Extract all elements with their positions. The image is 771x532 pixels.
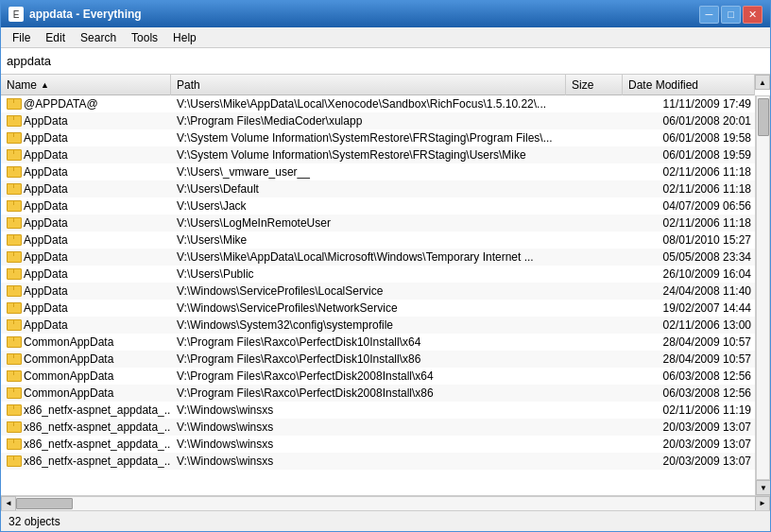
cell-date: 02/11/2006 13:00 [623,317,755,334]
table-row[interactable]: AppData V:\System Volume Information\Sys… [1,129,755,146]
scroll-track[interactable] [756,95,770,480]
col-header-date[interactable]: Date Modified [623,75,755,95]
table-row[interactable]: x86_netfx-aspnet_appdata_... V:\Windows\… [1,402,755,419]
cell-size [566,300,623,317]
menu-file[interactable]: File [5,29,38,46]
cell-size [566,317,623,334]
table-row[interactable]: AppData V:\Users\Mike 08/01/2010 15:27 [1,232,755,249]
cell-date: 06/03/2008 12:56 [623,385,755,402]
h-scroll-left-button[interactable]: ◄ [1,496,16,511]
menu-bar: File Edit Search Tools Help [1,27,770,48]
col-header-name[interactable]: Name ▲ [1,75,171,95]
table-row[interactable]: AppData V:\Users\_vmware_user__ 02/11/20… [1,163,755,180]
vertical-scrollbar[interactable]: ▼ [755,95,770,495]
scroll-up-button[interactable]: ▲ [755,75,770,90]
cell-name: CommonAppData [1,351,171,368]
col-header-path[interactable]: Path [171,75,566,95]
window-controls: ─ □ ✕ [699,6,762,24]
folder-icon [7,353,20,365]
h-scroll-track[interactable] [16,496,755,511]
cell-date: 28/04/2009 10:57 [623,334,755,351]
close-button[interactable]: ✕ [743,6,762,24]
folder-icon [7,166,20,178]
table-row[interactable]: AppData V:\Users\Public 26/10/2009 16:04 [1,266,755,283]
table-row[interactable]: CommonAppData V:\Program Files\Raxco\Per… [1,385,755,402]
table-row[interactable]: CommonAppData V:\Program Files\Raxco\Per… [1,351,755,368]
table-row[interactable]: x86_netfx-aspnet_appdata_... V:\Windows\… [1,453,755,470]
minimize-button[interactable]: ─ [699,6,719,24]
table-row[interactable]: AppData V:\Windows\System32\config\syste… [1,317,755,334]
table-header-row: Name ▲ Path Size Date Modified ▲ [1,75,770,95]
folder-icon [7,370,20,382]
cell-size [566,146,623,163]
cell-path: V:\Users\Mike\AppData\Local\Microsoft\Wi… [171,249,566,266]
table-row[interactable]: AppData V:\Users\Jack 04/07/2009 06:56 [1,197,755,215]
h-scroll-thumb[interactable] [16,498,73,509]
menu-help[interactable]: Help [165,29,204,46]
cell-path: V:\Users\Default [171,180,566,197]
folder-icon [7,268,20,280]
cell-size [566,283,623,300]
table-row[interactable]: AppData V:\Users\Mike\AppData\Local\Micr… [1,249,755,266]
cell-name: @APPDATA@ [1,95,171,112]
menu-edit[interactable]: Edit [38,29,73,46]
col-header-size[interactable]: Size [566,75,623,95]
table-row[interactable]: CommonAppData V:\Program Files\Raxco\Per… [1,334,755,351]
cell-size [566,334,623,351]
table-row[interactable]: CommonAppData V:\Program Files\Raxco\Per… [1,368,755,385]
cell-path: V:\Windows\ServiceProfiles\LocalService [171,283,566,300]
table-row[interactable]: x86_netfx-aspnet_appdata_... V:\Windows\… [1,419,755,436]
cell-size [566,112,623,129]
cell-date: 02/11/2006 11:18 [623,215,755,232]
cell-size [566,180,623,197]
table-row[interactable]: @APPDATA@ V:\Users\Mike\AppData\Local\Xe… [1,95,755,112]
folder-icon [7,319,20,331]
table-row[interactable]: AppData V:\System Volume Information\Sys… [1,146,755,163]
table-row[interactable]: AppData V:\Users\Default 02/11/2006 11:1… [1,180,755,197]
folder-icon [7,200,20,212]
folder-icon [7,115,20,127]
table-row[interactable]: AppData V:\Program Files\MediaCoder\xula… [1,112,755,129]
cell-path: V:\Program Files\Raxco\PerfectDisk2008In… [171,368,566,385]
cell-name: AppData [1,266,171,283]
folder-icon [7,302,20,314]
table-row[interactable]: AppData V:\Users\LogMeInRemoteUser 02/11… [1,215,755,232]
cell-date: 20/03/2009 13:07 [623,436,755,453]
folder-icon [7,98,20,110]
maximize-button[interactable]: □ [721,6,741,24]
folder-icon [7,336,20,348]
cell-date: 24/04/2008 11:40 [623,283,755,300]
cell-date: 06/03/2008 12:56 [623,368,755,385]
scroll-thumb[interactable] [758,98,769,136]
cell-date: 06/01/2008 19:58 [623,129,755,146]
table-row[interactable]: AppData V:\Windows\ServiceProfiles\Local… [1,283,755,300]
cell-name: x86_netfx-aspnet_appdata_... [1,436,171,453]
cell-name: AppData [1,112,171,129]
results-table: Name ▲ Path Size Date Modified ▲ [1,75,770,510]
scroll-down-button[interactable]: ▼ [756,480,770,495]
cell-name: AppData [1,146,171,163]
cell-path: V:\Users\LogMeInRemoteUser [171,215,566,232]
folder-icon [7,234,20,246]
table-row[interactable]: AppData V:\Windows\ServiceProfiles\Netwo… [1,300,755,317]
folder-icon [7,217,20,229]
search-input[interactable] [7,54,764,68]
menu-tools[interactable]: Tools [124,29,165,46]
cell-path: V:\Users\Jack [171,197,566,215]
folder-icon [7,455,20,467]
horizontal-scrollbar[interactable]: ◄ ► [1,495,770,510]
main-window: E appdata - Everything ─ □ ✕ File Edit S… [0,0,771,532]
cell-name: CommonAppData [1,334,171,351]
cell-path: V:\System Volume Information\SystemResto… [171,129,566,146]
cell-date: 28/04/2009 10:57 [623,351,755,368]
h-scroll-right-button[interactable]: ► [755,496,770,511]
table-row[interactable]: x86_netfx-aspnet_appdata_... V:\Windows\… [1,436,755,453]
folder-icon [7,421,20,433]
cell-size [566,129,623,146]
cell-size [566,249,623,266]
cell-name: AppData [1,180,171,197]
menu-search[interactable]: Search [73,29,124,46]
cell-date: 05/05/2008 23:34 [623,249,755,266]
cell-size [566,215,623,232]
folder-icon [7,387,20,399]
